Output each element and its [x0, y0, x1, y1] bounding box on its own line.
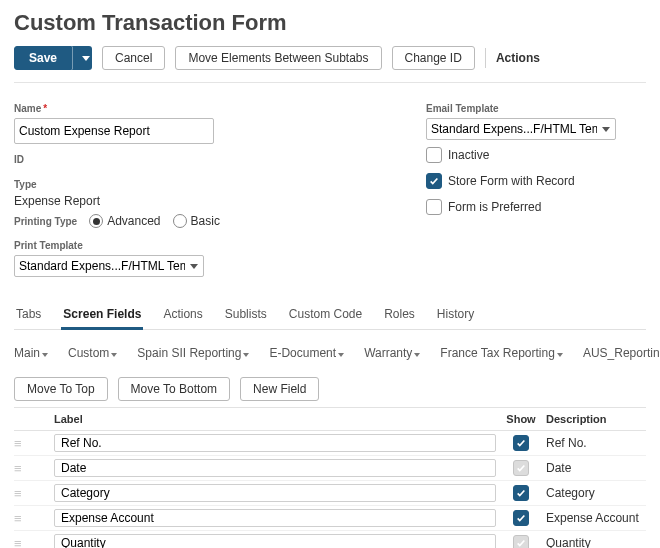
show-checkbox[interactable]: [513, 510, 529, 526]
table-row[interactable]: ≡Ref No.: [14, 431, 646, 456]
subtab-spain-sii[interactable]: Spain SII Reporting: [137, 346, 249, 365]
col-label: Label: [54, 413, 496, 425]
drag-handle-icon[interactable]: ≡: [14, 512, 34, 525]
move-to-bottom-button[interactable]: Move To Bottom: [118, 377, 230, 401]
move-to-top-button[interactable]: Move To Top: [14, 377, 108, 401]
printing-type-row: Printing Type Advanced Basic: [14, 214, 314, 228]
store-form-label: Store Form with Record: [448, 174, 575, 188]
email-template-label: Email Template: [426, 103, 646, 114]
tab-sublists[interactable]: Sublists: [223, 301, 269, 329]
drag-handle-icon[interactable]: ≡: [14, 537, 34, 549]
field-description: Category: [546, 486, 646, 500]
id-label: ID: [14, 154, 314, 165]
drag-handle-icon[interactable]: ≡: [14, 462, 34, 475]
field-label-input[interactable]: [54, 484, 496, 502]
move-elements-button[interactable]: Move Elements Between Subtabs: [175, 46, 381, 70]
field-label-input[interactable]: [54, 509, 496, 527]
print-template-label: Print Template: [14, 240, 314, 251]
show-checkbox[interactable]: [513, 485, 529, 501]
table-row[interactable]: ≡Date: [14, 456, 646, 481]
primary-tabs: Tabs Screen Fields Actions Sublists Cust…: [14, 301, 646, 330]
cancel-button[interactable]: Cancel: [102, 46, 165, 70]
field-label-input[interactable]: [54, 459, 496, 477]
inactive-row[interactable]: Inactive: [426, 147, 646, 163]
printing-type-advanced[interactable]: Advanced: [89, 214, 160, 228]
subtab-warranty[interactable]: Warranty: [364, 346, 420, 365]
checkbox-unchecked-icon: [426, 199, 442, 215]
form-is-preferred-label: Form is Preferred: [448, 200, 541, 214]
table-row[interactable]: ≡Category: [14, 481, 646, 506]
actions-menu[interactable]: Actions: [496, 51, 540, 65]
field-label-input[interactable]: [54, 434, 496, 452]
drag-handle-icon[interactable]: ≡: [14, 437, 34, 450]
form-left-column: Name* ID Type Expense Report Printing Ty…: [14, 97, 314, 277]
radio-selected-icon: [89, 214, 103, 228]
field-action-bar: Move To Top Move To Bottom New Field: [14, 377, 646, 401]
subtab-aus-reporting[interactable]: AUS_Reporting: [583, 346, 660, 365]
tab-screen-fields[interactable]: Screen Fields: [61, 301, 143, 330]
subtab-custom[interactable]: Custom: [68, 346, 117, 365]
printing-type-label: Printing Type: [14, 216, 77, 227]
fields-grid: Label Show Description ≡Ref No.≡Date≡Cat…: [14, 407, 646, 548]
tab-tabs[interactable]: Tabs: [14, 301, 43, 329]
printing-type-basic[interactable]: Basic: [173, 214, 220, 228]
field-label-input[interactable]: [54, 534, 496, 548]
checkbox-checked-icon: [426, 173, 442, 189]
show-checkbox[interactable]: [513, 460, 529, 476]
field-description: Quantity: [546, 536, 646, 548]
type-value: Expense Report: [14, 194, 314, 208]
subtab-main[interactable]: Main: [14, 346, 48, 365]
secondary-tabs: Main Custom Spain SII Reporting E-Docume…: [14, 346, 646, 365]
inactive-label: Inactive: [448, 148, 489, 162]
action-bar: Save Cancel Move Elements Between Subtab…: [14, 46, 646, 83]
name-label: Name*: [14, 103, 314, 114]
store-form-row[interactable]: Store Form with Record: [426, 173, 646, 189]
change-id-button[interactable]: Change ID: [392, 46, 475, 70]
save-split-button[interactable]: Save: [14, 46, 92, 70]
form-area: Name* ID Type Expense Report Printing Ty…: [14, 83, 646, 287]
save-button-dropdown[interactable]: [72, 46, 92, 70]
subtab-france-tax[interactable]: France Tax Reporting: [440, 346, 563, 365]
caret-down-icon: [82, 56, 90, 61]
tab-history[interactable]: History: [435, 301, 476, 329]
field-description: Date: [546, 461, 646, 475]
subtab-edocument[interactable]: E-Document: [269, 346, 344, 365]
radio-unselected-icon: [173, 214, 187, 228]
save-button[interactable]: Save: [14, 46, 72, 70]
print-template-select[interactable]: Standard Expens...F/HTML Template: [14, 255, 204, 277]
name-input[interactable]: [14, 118, 214, 144]
col-desc: Description: [546, 413, 646, 425]
col-show: Show: [496, 413, 546, 425]
tab-custom-code[interactable]: Custom Code: [287, 301, 364, 329]
divider: [485, 48, 486, 68]
show-checkbox[interactable]: [513, 435, 529, 451]
checkbox-unchecked-icon: [426, 147, 442, 163]
grid-header: Label Show Description: [14, 408, 646, 431]
drag-handle-icon[interactable]: ≡: [14, 487, 34, 500]
form-right-column: Email Template Standard Expens...F/HTML …: [426, 97, 646, 277]
field-description: Ref No.: [546, 436, 646, 450]
page-title: Custom Transaction Form: [14, 10, 646, 36]
table-row[interactable]: ≡Quantity: [14, 531, 646, 548]
show-checkbox[interactable]: [513, 535, 529, 548]
type-label: Type: [14, 179, 314, 190]
field-description: Expense Account: [546, 511, 646, 525]
tab-roles[interactable]: Roles: [382, 301, 417, 329]
new-field-button[interactable]: New Field: [240, 377, 319, 401]
table-row[interactable]: ≡Expense Account: [14, 506, 646, 531]
email-template-select[interactable]: Standard Expens...F/HTML Template: [426, 118, 616, 140]
tab-actions[interactable]: Actions: [161, 301, 204, 329]
form-is-preferred-row[interactable]: Form is Preferred: [426, 199, 646, 215]
